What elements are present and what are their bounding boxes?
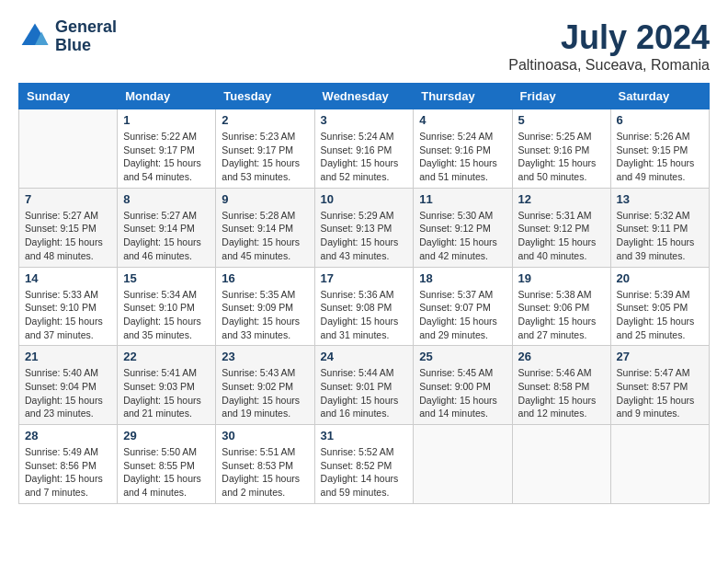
day-number: 1 bbox=[123, 113, 210, 127]
column-header-thursday: Thursday bbox=[414, 84, 512, 109]
day-number: 14 bbox=[25, 271, 111, 285]
day-cell: 1Sunrise: 5:22 AM Sunset: 9:17 PM Daylig… bbox=[118, 109, 216, 189]
day-number: 9 bbox=[222, 192, 308, 206]
day-number: 21 bbox=[25, 350, 111, 363]
day-info: Sunrise: 5:51 AM Sunset: 8:53 PM Dayligh… bbox=[222, 445, 308, 500]
day-info: Sunrise: 5:36 AM Sunset: 9:08 PM Dayligh… bbox=[321, 288, 408, 342]
column-header-friday: Friday bbox=[512, 84, 610, 109]
day-info: Sunrise: 5:49 AM Sunset: 8:56 PM Dayligh… bbox=[25, 445, 111, 500]
day-cell: 15Sunrise: 5:34 AM Sunset: 9:10 PM Dayli… bbox=[118, 267, 216, 346]
day-cell: 28Sunrise: 5:49 AM Sunset: 8:56 PM Dayli… bbox=[19, 425, 118, 504]
calendar-table: SundayMondayTuesdayWednesdayThursdayFrid… bbox=[18, 83, 710, 504]
day-info: Sunrise: 5:33 AM Sunset: 9:10 PM Dayligh… bbox=[25, 288, 111, 342]
day-info: Sunrise: 5:35 AM Sunset: 9:09 PM Dayligh… bbox=[222, 288, 308, 342]
day-cell: 16Sunrise: 5:35 AM Sunset: 9:09 PM Dayli… bbox=[216, 267, 314, 346]
location: Paltinoasa, Suceava, Romania bbox=[508, 57, 710, 74]
day-info: Sunrise: 5:34 AM Sunset: 9:10 PM Dayligh… bbox=[123, 288, 210, 342]
month-title: July 2024 bbox=[508, 18, 710, 57]
day-info: Sunrise: 5:22 AM Sunset: 9:17 PM Dayligh… bbox=[123, 130, 210, 184]
day-cell: 11Sunrise: 5:30 AM Sunset: 9:12 PM Dayli… bbox=[414, 188, 512, 267]
day-info: Sunrise: 5:24 AM Sunset: 9:16 PM Dayligh… bbox=[419, 130, 506, 184]
day-number: 7 bbox=[25, 192, 111, 206]
logo: General Blue bbox=[18, 18, 117, 55]
day-number: 15 bbox=[123, 271, 210, 285]
day-cell: 10Sunrise: 5:29 AM Sunset: 9:13 PM Dayli… bbox=[314, 188, 414, 267]
day-info: Sunrise: 5:50 AM Sunset: 8:55 PM Dayligh… bbox=[123, 445, 210, 500]
day-info: Sunrise: 5:24 AM Sunset: 9:16 PM Dayligh… bbox=[321, 130, 408, 184]
day-number: 26 bbox=[518, 350, 605, 363]
day-cell: 20Sunrise: 5:39 AM Sunset: 9:05 PM Dayli… bbox=[610, 267, 709, 346]
day-number: 11 bbox=[419, 192, 506, 206]
day-cell: 27Sunrise: 5:47 AM Sunset: 8:57 PM Dayli… bbox=[610, 346, 709, 425]
day-number: 22 bbox=[123, 350, 210, 363]
week-row-5: 28Sunrise: 5:49 AM Sunset: 8:56 PM Dayli… bbox=[19, 425, 710, 504]
day-number: 18 bbox=[419, 271, 506, 285]
week-row-1: 1Sunrise: 5:22 AM Sunset: 9:17 PM Daylig… bbox=[19, 109, 710, 189]
day-cell: 6Sunrise: 5:26 AM Sunset: 9:15 PM Daylig… bbox=[610, 109, 709, 189]
day-cell: 12Sunrise: 5:31 AM Sunset: 9:12 PM Dayli… bbox=[512, 188, 610, 267]
day-info: Sunrise: 5:27 AM Sunset: 9:15 PM Dayligh… bbox=[25, 209, 111, 263]
day-info: Sunrise: 5:23 AM Sunset: 9:17 PM Dayligh… bbox=[222, 130, 308, 184]
day-info: Sunrise: 5:39 AM Sunset: 9:05 PM Dayligh… bbox=[617, 288, 703, 342]
column-header-monday: Monday bbox=[118, 84, 216, 109]
day-cell: 31Sunrise: 5:52 AM Sunset: 8:52 PM Dayli… bbox=[314, 425, 414, 504]
day-info: Sunrise: 5:41 AM Sunset: 9:03 PM Dayligh… bbox=[123, 366, 210, 420]
day-cell: 7Sunrise: 5:27 AM Sunset: 9:15 PM Daylig… bbox=[19, 188, 118, 267]
week-row-3: 14Sunrise: 5:33 AM Sunset: 9:10 PM Dayli… bbox=[19, 267, 710, 346]
day-number: 16 bbox=[222, 271, 308, 285]
day-cell: 5Sunrise: 5:25 AM Sunset: 9:16 PM Daylig… bbox=[512, 109, 610, 189]
title-block: July 2024 Paltinoasa, Suceava, Romania bbox=[508, 18, 710, 74]
day-cell: 9Sunrise: 5:28 AM Sunset: 9:14 PM Daylig… bbox=[216, 188, 314, 267]
day-number: 10 bbox=[321, 192, 408, 206]
day-info: Sunrise: 5:37 AM Sunset: 9:07 PM Dayligh… bbox=[419, 288, 506, 342]
column-header-wednesday: Wednesday bbox=[314, 84, 414, 109]
day-cell: 14Sunrise: 5:33 AM Sunset: 9:10 PM Dayli… bbox=[19, 267, 118, 346]
column-header-saturday: Saturday bbox=[610, 84, 709, 109]
day-number: 8 bbox=[123, 192, 210, 206]
column-header-tuesday: Tuesday bbox=[216, 84, 314, 109]
day-number: 24 bbox=[321, 350, 408, 363]
day-number: 31 bbox=[321, 429, 408, 442]
day-cell bbox=[512, 425, 610, 504]
day-info: Sunrise: 5:25 AM Sunset: 9:16 PM Dayligh… bbox=[518, 130, 605, 184]
day-cell: 21Sunrise: 5:40 AM Sunset: 9:04 PM Dayli… bbox=[19, 346, 118, 425]
day-number: 3 bbox=[321, 113, 408, 127]
day-cell: 3Sunrise: 5:24 AM Sunset: 9:16 PM Daylig… bbox=[314, 109, 414, 189]
logo-icon bbox=[18, 20, 51, 53]
day-cell: 17Sunrise: 5:36 AM Sunset: 9:08 PM Dayli… bbox=[314, 267, 414, 346]
day-cell: 25Sunrise: 5:45 AM Sunset: 9:00 PM Dayli… bbox=[414, 346, 512, 425]
week-row-2: 7Sunrise: 5:27 AM Sunset: 9:15 PM Daylig… bbox=[19, 188, 710, 267]
day-info: Sunrise: 5:52 AM Sunset: 8:52 PM Dayligh… bbox=[321, 445, 408, 500]
day-info: Sunrise: 5:45 AM Sunset: 9:00 PM Dayligh… bbox=[419, 366, 506, 420]
column-header-sunday: Sunday bbox=[19, 84, 118, 109]
day-info: Sunrise: 5:26 AM Sunset: 9:15 PM Dayligh… bbox=[617, 130, 703, 184]
day-cell bbox=[414, 425, 512, 504]
day-info: Sunrise: 5:38 AM Sunset: 9:06 PM Dayligh… bbox=[518, 288, 605, 342]
day-number: 17 bbox=[321, 271, 408, 285]
day-info: Sunrise: 5:46 AM Sunset: 8:58 PM Dayligh… bbox=[518, 366, 605, 420]
week-row-4: 21Sunrise: 5:40 AM Sunset: 9:04 PM Dayli… bbox=[19, 346, 710, 425]
day-info: Sunrise: 5:43 AM Sunset: 9:02 PM Dayligh… bbox=[222, 366, 308, 420]
day-info: Sunrise: 5:40 AM Sunset: 9:04 PM Dayligh… bbox=[25, 366, 111, 420]
day-number: 28 bbox=[25, 429, 111, 442]
day-cell: 8Sunrise: 5:27 AM Sunset: 9:14 PM Daylig… bbox=[118, 188, 216, 267]
calendar-header-row: SundayMondayTuesdayWednesdayThursdayFrid… bbox=[19, 84, 710, 109]
day-info: Sunrise: 5:47 AM Sunset: 8:57 PM Dayligh… bbox=[617, 366, 703, 420]
day-cell: 13Sunrise: 5:32 AM Sunset: 9:11 PM Dayli… bbox=[610, 188, 709, 267]
day-cell: 22Sunrise: 5:41 AM Sunset: 9:03 PM Dayli… bbox=[118, 346, 216, 425]
day-info: Sunrise: 5:31 AM Sunset: 9:12 PM Dayligh… bbox=[518, 209, 605, 263]
day-cell: 26Sunrise: 5:46 AM Sunset: 8:58 PM Dayli… bbox=[512, 346, 610, 425]
day-info: Sunrise: 5:27 AM Sunset: 9:14 PM Dayligh… bbox=[123, 209, 210, 263]
day-info: Sunrise: 5:28 AM Sunset: 9:14 PM Dayligh… bbox=[222, 209, 308, 263]
day-number: 23 bbox=[222, 350, 308, 363]
day-info: Sunrise: 5:32 AM Sunset: 9:11 PM Dayligh… bbox=[617, 209, 703, 263]
day-number: 30 bbox=[222, 429, 308, 442]
day-cell bbox=[610, 425, 709, 504]
day-cell: 29Sunrise: 5:50 AM Sunset: 8:55 PM Dayli… bbox=[118, 425, 216, 504]
day-cell: 23Sunrise: 5:43 AM Sunset: 9:02 PM Dayli… bbox=[216, 346, 314, 425]
day-cell: 4Sunrise: 5:24 AM Sunset: 9:16 PM Daylig… bbox=[414, 109, 512, 189]
day-number: 5 bbox=[518, 113, 605, 127]
day-cell: 24Sunrise: 5:44 AM Sunset: 9:01 PM Dayli… bbox=[314, 346, 414, 425]
day-number: 20 bbox=[617, 271, 703, 285]
day-number: 13 bbox=[617, 192, 703, 206]
